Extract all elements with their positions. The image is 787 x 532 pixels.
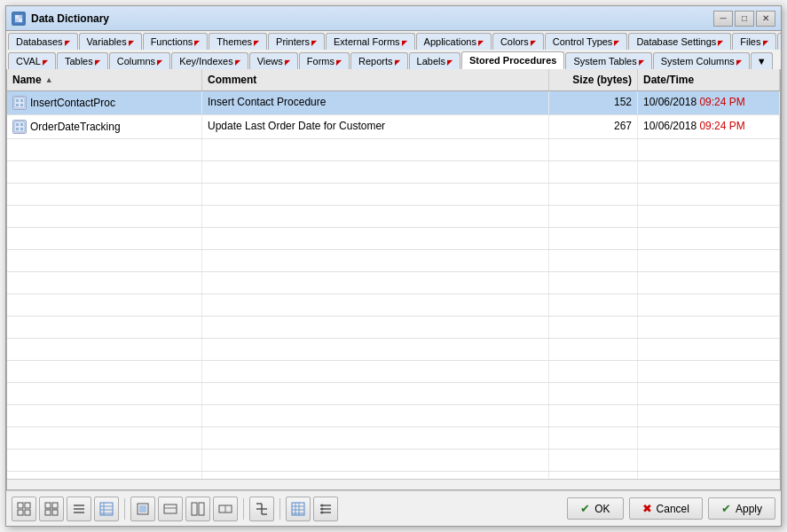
sort-arrow-icon: ▲ bbox=[45, 75, 53, 84]
status-bar: ✔ OK ✖ Cancel ✔ Apply bbox=[6, 490, 781, 526]
toolbar-btn-10[interactable] bbox=[286, 497, 311, 521]
tab-row-2: CVAL◤Tables◤Columns◤Key/Indexes◤Views◤Fo… bbox=[6, 50, 781, 69]
tab-cval[interactable]: CVAL◤ bbox=[8, 52, 56, 69]
tab-arrow-icon: ◤ bbox=[639, 59, 644, 66]
svg-rect-20 bbox=[52, 503, 58, 508]
tab-arrow-icon: ◤ bbox=[285, 59, 290, 66]
ok-icon: ✔ bbox=[580, 502, 590, 515]
cell-name-1: OrderDateTracking bbox=[7, 115, 202, 138]
table-row-empty bbox=[7, 383, 780, 405]
tab-columns[interactable]: Columns◤ bbox=[109, 52, 170, 69]
toolbar-btn-1[interactable] bbox=[12, 497, 36, 521]
tab-key-indexes[interactable]: Key/Indexes◤ bbox=[171, 52, 248, 69]
svg-rect-21 bbox=[45, 510, 51, 515]
tab-tables[interactable]: Tables◤ bbox=[57, 52, 108, 69]
horizontal-scrollbar[interactable] bbox=[7, 479, 780, 489]
cell-size-0: 152 bbox=[549, 91, 638, 114]
toolbar-left bbox=[12, 497, 338, 521]
header-name[interactable]: Name ▲ bbox=[7, 69, 202, 90]
tab-system-tables[interactable]: System Tables◤ bbox=[565, 52, 651, 69]
tab-reports[interactable]: Reports◤ bbox=[350, 52, 408, 69]
toolbar-btn-7[interactable] bbox=[185, 497, 210, 521]
header-comment[interactable]: Comment bbox=[202, 69, 549, 90]
toolbar-btn-11[interactable] bbox=[313, 497, 338, 521]
tab-database-settings[interactable]: Database Settings◤ bbox=[628, 33, 731, 50]
tab-more-button-row2[interactable]: ▼ bbox=[751, 52, 773, 69]
tab-external-forms[interactable]: External Forms◤ bbox=[326, 33, 415, 50]
toolbar-separator-3 bbox=[279, 498, 280, 520]
ok-button[interactable]: ✔ OK bbox=[567, 497, 623, 520]
main-window: Data Dictionary ─ □ ✕ Databases◤Variable… bbox=[5, 5, 782, 527]
tab-themes[interactable]: Themes◤ bbox=[209, 33, 267, 50]
toolbar-btn-2[interactable] bbox=[39, 497, 64, 521]
tab-functions[interactable]: Functions◤ bbox=[143, 33, 209, 50]
tab-views[interactable]: Views◤ bbox=[249, 52, 298, 69]
toolbar-btn-5[interactable] bbox=[130, 497, 155, 521]
toolbar-btn-4[interactable] bbox=[94, 497, 119, 521]
tab-row-1: Databases◤Variables◤Functions◤Themes◤Pri… bbox=[6, 31, 781, 50]
table-row[interactable]: OrderDateTracking Update Last Order Date… bbox=[7, 115, 780, 139]
tab-applications[interactable]: Applications◤ bbox=[416, 33, 492, 50]
tab-stored-procedures[interactable]: Stored Procedures bbox=[461, 51, 564, 69]
tab-arrow-icon: ◤ bbox=[254, 39, 259, 47]
header-size[interactable]: Size (bytes) bbox=[549, 69, 638, 90]
toolbar-btn-3[interactable] bbox=[67, 497, 91, 521]
svg-rect-18 bbox=[25, 510, 30, 515]
tab-files[interactable]: Files◤ bbox=[732, 33, 775, 50]
tab-arrow-icon: ◤ bbox=[129, 39, 134, 47]
cell-name-text-0: InsertContactProc bbox=[30, 97, 115, 109]
table-row-empty bbox=[7, 405, 780, 427]
cell-comment-1: Update Last Order Date for Customer bbox=[202, 115, 549, 138]
cancel-button[interactable]: ✖ Cancel bbox=[629, 497, 703, 520]
row-icon-0 bbox=[12, 96, 27, 110]
content-area: Name ▲ Comment Size (bytes) Date/Time In… bbox=[6, 69, 781, 490]
svg-rect-15 bbox=[18, 503, 23, 508]
table-row[interactable]: InsertContactProc Insert Contact Procedu… bbox=[7, 91, 780, 115]
svg-rect-37 bbox=[199, 503, 204, 515]
cell-name-text-1: OrderDateTracking bbox=[30, 121, 121, 133]
maximize-button[interactable]: □ bbox=[735, 11, 754, 27]
apply-icon: ✔ bbox=[721, 502, 731, 515]
header-datetime[interactable]: Date/Time bbox=[638, 69, 780, 90]
table-row-empty bbox=[7, 206, 780, 228]
cancel-icon: ✖ bbox=[642, 502, 652, 515]
tab-labels[interactable]: Labels◤ bbox=[409, 52, 460, 69]
toolbar-separator-1 bbox=[124, 498, 125, 520]
tab-databases[interactable]: Databases◤ bbox=[8, 33, 78, 50]
toolbar-btn-8[interactable] bbox=[213, 497, 238, 521]
svg-point-55 bbox=[321, 511, 324, 513]
svg-point-53 bbox=[321, 504, 324, 506]
apply-button[interactable]: ✔ Apply bbox=[708, 497, 775, 520]
toolbar-btn-9[interactable] bbox=[249, 497, 274, 521]
tab-arrow-icon: ◤ bbox=[95, 59, 100, 66]
tab-arrow-icon: ◤ bbox=[194, 39, 200, 47]
minimize-button[interactable]: ─ bbox=[713, 11, 733, 27]
window-icon bbox=[12, 12, 26, 26]
svg-point-54 bbox=[321, 507, 324, 510]
tab-arrow-icon: ◤ bbox=[402, 39, 407, 47]
row-icon-1 bbox=[12, 120, 27, 134]
svg-rect-13 bbox=[16, 128, 19, 130]
toolbar-btn-6[interactable] bbox=[158, 497, 183, 521]
table-row-empty bbox=[7, 472, 780, 479]
table-row-empty bbox=[7, 161, 780, 184]
window-title: Data Dictionary bbox=[31, 12, 713, 25]
tab-variables[interactable]: Variables◤ bbox=[79, 33, 142, 50]
close-button[interactable]: ✕ bbox=[756, 11, 775, 27]
tab-printers[interactable]: Printers◤ bbox=[268, 33, 325, 50]
title-bar: Data Dictionary ─ □ ✕ bbox=[6, 6, 781, 31]
tab-forms[interactable]: Forms◤ bbox=[299, 52, 350, 69]
table-row-empty bbox=[7, 250, 780, 272]
table-row-empty bbox=[7, 294, 780, 317]
tab-more-button-row1[interactable]: ▼ bbox=[777, 33, 782, 50]
tab-colors[interactable]: Colors◤ bbox=[492, 33, 544, 50]
table-row-empty bbox=[7, 272, 780, 294]
tab-control-types[interactable]: Control Types◤ bbox=[545, 33, 628, 50]
tab-arrow-icon: ◤ bbox=[531, 39, 536, 47]
tab-arrow-icon: ◤ bbox=[447, 59, 453, 66]
svg-rect-11 bbox=[16, 123, 19, 126]
tab-system-columns[interactable]: System Columns◤ bbox=[653, 52, 750, 69]
grid-header: Name ▲ Comment Size (bytes) Date/Time bbox=[7, 69, 780, 91]
table-row-empty bbox=[7, 450, 780, 472]
cell-size-1: 267 bbox=[549, 115, 638, 138]
